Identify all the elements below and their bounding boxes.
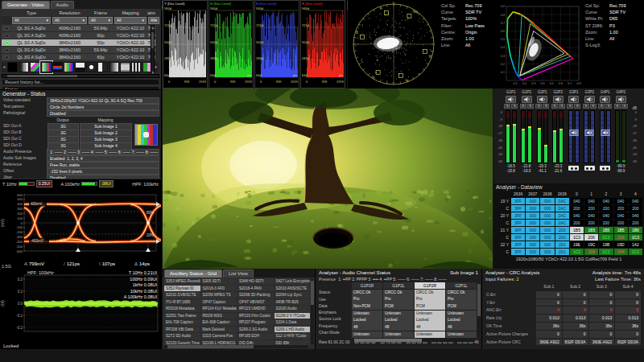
ancillary-item[interactable]: S299-2 3G Audio [237,327,274,333]
dataview-cell[interactable]: 1B5 [614,227,628,233]
pattern-thumb-3[interactable] [41,62,52,72]
format-table-scrollbar[interactable]: ▲▼ [151,25,155,76]
dataview-cell[interactable]: 200 [614,205,628,212]
dataview-cell[interactable]: 204 [614,234,628,241]
dataview-cell[interactable]: 040 [584,198,598,204]
ancillary-item[interactable]: S272 SD Audio [164,333,200,339]
dataview-cell[interactable]: 19D [614,241,628,248]
dataview-cell[interactable]: 200 [555,249,569,255]
tab-ancillary-grid[interactable]: Ancillary Status - Grid [164,269,222,278]
dataview-cell[interactable]: 1C3 [599,234,613,241]
speaker-icon[interactable] [616,96,626,103]
pattern-thumb-6[interactable] [75,62,85,72]
filter-dropdown[interactable]: All▾ [148,17,159,24]
ancillary-item[interactable]: ITU-R BT.1685 [164,299,200,306]
solo-button[interactable]: S [583,104,589,109]
dataview-cell[interactable]: 200 [599,205,613,212]
dataview-cell[interactable]: 2AC [555,205,569,212]
dataview-cell[interactable]: 000 [540,198,554,204]
filter-dropdown[interactable]: All▾ [114,17,147,24]
dataview-cell[interactable]: 000 [526,198,539,204]
solo-button[interactable]: S [551,104,558,109]
dataview-cell[interactable]: 1C2 [570,249,584,255]
ancillary-item[interactable]: ARIB-TR-B29 [275,299,311,306]
dataview-cell[interactable]: 200 [629,220,642,226]
solo-button[interactable]: S [543,104,549,109]
format-row[interactable]: QL 3G A SqDv4096x216059.94pYCbCr:422:107… [2,24,155,31]
dataview-cell[interactable]: 2AC [555,212,569,219]
ancillary-item[interactable]: RP223 UMID/ID [237,306,274,312]
dataview-cell[interactable]: 040 [614,212,628,219]
speaker-icon[interactable] [506,96,516,103]
dataview-cell[interactable]: 200 [584,205,598,212]
dataview-cell[interactable]: 204 [614,249,628,255]
dataview-cell[interactable]: 000 [540,234,554,241]
ancillary-item[interactable]: S315 Camera Pos [201,333,237,339]
speaker-icon[interactable] [522,96,532,103]
pattern-thumb-10[interactable] [120,62,130,72]
ancillary-item[interactable]: S2031 DVB/SCTE [164,292,200,298]
dataview-cell[interactable]: 3FF [511,249,525,255]
ancillary-item[interactable]: S2016-4 PAN [237,286,274,292]
audio-status-col-header[interactable]: G1P1R [352,282,382,289]
ancillary-item[interactable]: RP214 KLV Metadata [201,306,237,312]
ancillary-item[interactable]: S2020 Audio [275,306,311,312]
filter-dropdown[interactable]: All▾ [12,17,51,24]
ancillary-hscrollbar[interactable] [164,345,308,348]
format-radio-led[interactable] [5,41,9,45]
dataview-cell[interactable]: 040 [570,212,584,219]
ancillary-item[interactable]: S334-1 Data [275,319,311,326]
dataview-cell[interactable]: 000 [540,220,554,226]
solo-button[interactable]: S [605,104,612,109]
pattern-thumb-9[interactable] [109,62,119,72]
dataview-cell[interactable]: 000 [540,212,554,219]
dataview-cell[interactable]: 000 [540,227,554,233]
audio-status-col-header[interactable]: G2P1L [446,282,477,289]
audio-status-column-g1p2r[interactable]: G1P2RCRCC OkProPCMUnknownLocked48Unknown [415,282,445,338]
dataview-cell[interactable]: 19B [599,241,613,248]
audio-status-col-header[interactable]: G1P2L [383,282,414,289]
format-radio-led[interactable] [5,56,9,60]
solo-button[interactable]: S [504,104,510,109]
dataview-cell[interactable]: 3FF [511,227,525,233]
dataview-cell[interactable]: 200 [599,220,613,226]
audio-status-vscrollbar[interactable] [477,283,481,335]
speaker-icon[interactable] [537,96,547,103]
pattern-thumb-0[interactable] [7,62,18,72]
dataview-cell[interactable]: 040 [614,198,628,204]
dataview-cell[interactable]: 200 [584,220,598,226]
format-row[interactable]: QL 3G A SqDv4096x216060pYCbCr:422:10709 [2,31,155,39]
dataview-cell[interactable]: 000 [526,234,539,241]
ancillary-item[interactable]: OP47 Caption [201,299,237,306]
ancillary-item[interactable]: S12-3 HFR TCode [275,333,311,339]
dataview-cell[interactable]: 200 [570,205,584,212]
pattern-thumb-2[interactable] [30,62,40,72]
solo-button[interactable]: S [527,104,534,109]
tab-generate-audio[interactable]: Audio [51,1,74,9]
ancillary-item[interactable]: S2016-3 AFD [201,286,237,292]
format-row[interactable]: QL 3G A SqDv3840x216050pYCbCr:422:10709 [2,39,155,46]
dataview-cell[interactable]: 1C2 [629,249,642,255]
dataview-cell[interactable]: 19E [570,241,584,248]
dataview-cell[interactable]: 1B5 [570,227,584,233]
dataview-cell[interactable]: 000 [526,249,539,255]
format-radio-led[interactable] [5,34,9,38]
filter-dropdown[interactable]: All▾ [89,17,113,24]
ancillary-item[interactable]: RP208 VBI Data [164,327,200,333]
solo-button[interactable]: S [598,104,605,109]
dataview-cell[interactable]: 2AC [555,198,569,204]
ancillary-item[interactable]: EIA-708 Caption [164,319,200,326]
format-row[interactable]: QL 3G A SqDv3840x216059.94pYCbCr:422:107… [2,46,155,53]
ancillary-item[interactable]: RP207 Program [237,319,274,326]
format-radio-led[interactable] [5,48,9,52]
ancillary-item[interactable]: OP47 VBI/WST [237,299,274,306]
dataview-cell[interactable]: 040 [599,212,613,219]
pattern-thumb-4[interactable] [52,62,63,72]
audio-status-col-header[interactable]: G1P2R [415,282,445,289]
dataview-cell[interactable]: 3FF [511,198,525,204]
ancillary-item[interactable]: RDD8 WSS [201,313,237,319]
dataview-cell[interactable]: 040 [629,198,642,204]
ancillary-item[interactable]: S352 Payload ID [164,286,200,292]
dataview-cell[interactable]: 206 [584,234,598,241]
dataview-cell[interactable]: 3FF [511,241,525,248]
